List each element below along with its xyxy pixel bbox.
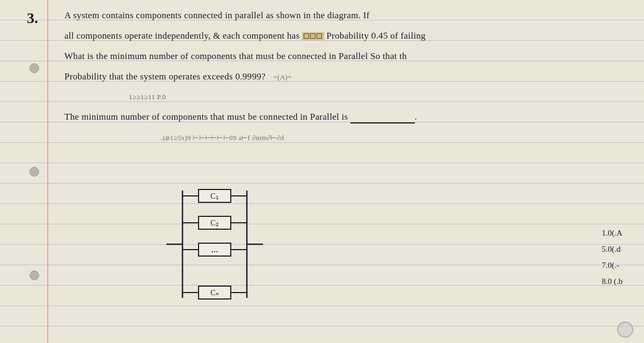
svg-text:C₁: C₁ <box>210 192 218 200</box>
svg-text:Cₙ: Cₙ <box>210 289 218 297</box>
svg-text:C₂: C₂ <box>210 219 218 227</box>
text-line-3: What is the minimum number of components… <box>64 46 633 67</box>
scratch-line-mid: 1≥≥1≥11 P.0 <box>64 87 633 107</box>
answer-line: The minimum number of components that mu… <box>64 107 633 128</box>
scratch-line-bottom: .(⌀1≥5x)9 ⊢⊢⊢⊢⊢⊢09 a⊢f ∂nim∂⊢∂d <box>64 128 633 148</box>
page: 3. A system contains components connecte… <box>0 0 644 343</box>
side-note-2: 5.0(.d <box>602 241 623 257</box>
answer-blank <box>350 112 415 123</box>
content-area: 3. A system contains components connecte… <box>48 0 644 343</box>
text-block: 3. A system contains components connecte… <box>64 5 633 148</box>
text-line-1: A system contains components connected i… <box>64 5 633 26</box>
circuit-diagram: C₁ C₂ ... Cₙ <box>156 180 274 311</box>
side-notes: 1.0(.A 5.0(.d 7.0(.- 8.0 (.b <box>602 225 623 289</box>
side-note-1: 1.0(.A <box>602 225 623 241</box>
text-line-2: all components operate independently, & … <box>64 26 633 46</box>
ring-hole-3 <box>30 271 39 280</box>
ring-holes <box>30 0 39 343</box>
parallel-circuit-svg: C₁ C₂ ... Cₙ <box>156 180 274 309</box>
side-note-3: 7.0(.- <box>602 257 623 273</box>
ring-hole-1 <box>30 63 39 73</box>
svg-text:...: ... <box>211 244 218 254</box>
text-line-4: Probability that the system operates exc… <box>64 67 633 87</box>
corner-circle <box>617 322 633 338</box>
ring-hole-2 <box>30 167 39 177</box>
problem-number: 3. <box>27 10 38 27</box>
side-note-4: 8.0 (.b <box>602 273 623 289</box>
